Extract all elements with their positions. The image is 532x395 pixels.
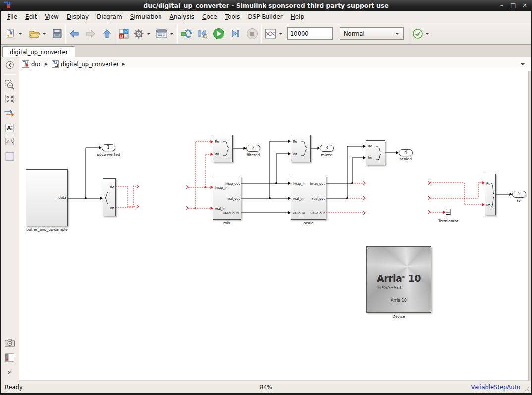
simulink-window: duc/digital_up_converter - Simulink spon… bbox=[0, 0, 532, 395]
screenshot-icon[interactable] bbox=[5, 339, 15, 347]
menu-dsp-builder[interactable]: DSP Builder bbox=[244, 12, 286, 22]
outport-3[interactable]: 3 bbox=[320, 145, 334, 152]
port-label-im: Im bbox=[215, 152, 219, 156]
block-real-imag-to-complex-filtered[interactable]: Re Im bbox=[213, 135, 233, 162]
port-label-real-out: real_out bbox=[227, 197, 240, 201]
port-label-imag-in: imag_in bbox=[293, 182, 305, 186]
viewmarks-icon[interactable] bbox=[5, 353, 15, 362]
block-real-imag-to-complex-scaled[interactable]: Re Im bbox=[366, 140, 385, 165]
left-palette: A » bbox=[1, 57, 19, 381]
new-model-button[interactable] bbox=[4, 26, 17, 41]
open-caret[interactable] bbox=[42, 33, 46, 35]
port-label-im: Im bbox=[368, 156, 372, 160]
port-label-valid-in: valid_in bbox=[293, 211, 305, 215]
step-back-button[interactable] bbox=[196, 26, 209, 41]
port-label-re: Re bbox=[368, 144, 372, 148]
model-settings-button[interactable] bbox=[132, 26, 145, 41]
menu-file[interactable]: File bbox=[3, 12, 21, 22]
outport-2-label: filtered bbox=[247, 153, 260, 157]
signal-routing-icon[interactable] bbox=[4, 110, 16, 117]
menu-diagram[interactable]: Diagram bbox=[93, 12, 126, 22]
window-title: duc/digital_up_converter - Simulink spon… bbox=[0, 2, 532, 9]
up-button[interactable] bbox=[101, 26, 113, 41]
menu-simulation[interactable]: Simulation bbox=[126, 12, 166, 22]
block-device[interactable]: Arria® 10 FPGA•SoC Arria 10 bbox=[366, 246, 431, 313]
block-label-buffer: buffer_and_up-sample bbox=[26, 227, 67, 232]
forward-button[interactable] bbox=[84, 26, 97, 41]
outport-2[interactable]: 2 bbox=[246, 145, 260, 152]
model-advisor-button[interactable] bbox=[411, 26, 424, 41]
simulation-mode-caret bbox=[395, 33, 399, 35]
block-buffer-and-upsample[interactable]: data bbox=[26, 169, 68, 226]
status-bar: Ready 84% VariableStepAuto bbox=[1, 381, 531, 393]
area-box-icon[interactable] bbox=[5, 152, 15, 161]
model-explorer-button[interactable] bbox=[155, 26, 168, 41]
breadcrumb-current[interactable]: digital_up_converter bbox=[61, 61, 119, 68]
outport-1-label: upconverted bbox=[97, 152, 120, 157]
zoom-tool-icon[interactable] bbox=[5, 80, 15, 90]
new-model-caret[interactable] bbox=[18, 33, 22, 35]
back-button[interactable] bbox=[68, 26, 81, 41]
svg-text:A: A bbox=[7, 125, 11, 131]
library-browser-button[interactable] bbox=[117, 26, 130, 41]
menu-tools[interactable]: Tools bbox=[221, 12, 244, 22]
save-button[interactable] bbox=[51, 26, 63, 41]
menu-edit[interactable]: Edit bbox=[21, 12, 41, 22]
update-diagram-button[interactable] bbox=[180, 26, 194, 41]
port-label-re: Re bbox=[486, 182, 490, 186]
close-button[interactable]: × bbox=[521, 2, 528, 9]
block-scale[interactable]: imag_in imag_out real_in real_out valid_… bbox=[291, 176, 326, 220]
model-canvas[interactable]: data buffer_and_up-sample Re Im 1 upconv… bbox=[19, 71, 529, 380]
simulation-display-button[interactable] bbox=[264, 26, 277, 41]
block-label-device: Device bbox=[392, 314, 405, 319]
breadcrumb-root[interactable]: duc bbox=[31, 61, 42, 68]
breadcrumb-caret[interactable] bbox=[521, 63, 525, 65]
block-complex-to-real-imag[interactable]: Re Im bbox=[103, 178, 116, 216]
block-real-imag-to-complex-mixed[interactable]: Re Im bbox=[291, 135, 311, 162]
annotation-icon[interactable]: A bbox=[5, 123, 15, 133]
menu-display[interactable]: Display bbox=[63, 12, 93, 22]
block-real-imag-to-complex-tx[interactable]: Re Im bbox=[485, 174, 496, 215]
expand-palette-icon[interactable]: » bbox=[8, 368, 12, 376]
signal-lines bbox=[19, 71, 529, 380]
port-label-imag-out: imag_out bbox=[310, 182, 325, 186]
step-forward-button[interactable] bbox=[229, 26, 242, 41]
image-annotation-icon[interactable] bbox=[5, 137, 15, 146]
open-button[interactable] bbox=[28, 26, 41, 41]
complex-merge-icon bbox=[300, 140, 308, 158]
tab-digital-up-converter[interactable]: digital_up_converter bbox=[2, 46, 75, 57]
model-explorer-caret[interactable] bbox=[170, 33, 174, 35]
stop-time-input[interactable] bbox=[287, 27, 333, 40]
port-label-re: Re bbox=[293, 140, 297, 144]
fit-to-view-icon[interactable] bbox=[5, 94, 15, 104]
port-label-re: Re bbox=[215, 140, 219, 144]
port-label-valid-out: valid_out bbox=[311, 211, 325, 215]
solver-name[interactable]: VariableStepAuto bbox=[471, 384, 520, 391]
menu-view[interactable]: View bbox=[41, 12, 62, 22]
block-mix[interactable]: imag_out imag_in real_out real_in valid_… bbox=[213, 177, 241, 220]
title-bar: duc/digital_up_converter - Simulink spon… bbox=[0, 0, 532, 11]
terminator-icon bbox=[446, 209, 450, 215]
maximize-button[interactable]: □ bbox=[510, 2, 517, 9]
port-label-real-in: real_in bbox=[293, 197, 304, 201]
model-settings-caret[interactable] bbox=[147, 33, 151, 35]
menu-code[interactable]: Code bbox=[198, 12, 221, 22]
simulation-display-caret[interactable] bbox=[279, 33, 283, 35]
device-brand: Arria® 10 bbox=[367, 273, 431, 283]
outport-5[interactable]: 5 bbox=[512, 191, 526, 198]
outport-4[interactable]: 4 bbox=[399, 149, 413, 156]
block-label-scale: scale bbox=[304, 221, 313, 225]
resize-grip bbox=[525, 387, 530, 392]
run-button[interactable] bbox=[212, 26, 226, 41]
simulation-mode-select[interactable]: Normal bbox=[340, 27, 404, 40]
menu-help[interactable]: Help bbox=[287, 12, 308, 22]
model-advisor-caret[interactable] bbox=[426, 33, 429, 35]
minimize-button[interactable]: – bbox=[498, 2, 505, 9]
stop-button[interactable] bbox=[245, 26, 259, 41]
hide-explorer-bar-button[interactable] bbox=[6, 61, 14, 69]
breadcrumb-separator2-icon: ▶ bbox=[122, 62, 125, 66]
outport-1[interactable]: 1 bbox=[102, 144, 115, 151]
outport-3-label: mixed bbox=[321, 153, 333, 157]
port-label-real-in: real_in bbox=[215, 207, 226, 211]
menu-analysis[interactable]: Analysis bbox=[166, 12, 198, 22]
